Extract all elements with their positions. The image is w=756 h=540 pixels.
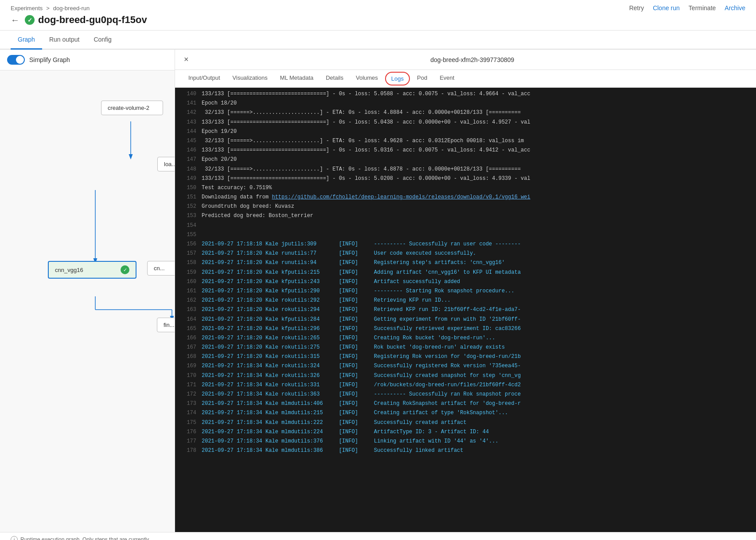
log-line-number: 176 (180, 428, 196, 436)
log-line: 1662021-09-27 17:18:20 Kale rokutils:265… (175, 334, 756, 343)
main-area: Simplify Graph create (0, 50, 756, 532)
logs-tab-ml-metadata[interactable]: ML Metadata (274, 70, 320, 87)
log-line: 1642021-09-27 17:18:20 Kale kfputils:284… (175, 315, 756, 324)
logs-dialog-title: dog-breed-xfm2h-3997730809 (198, 56, 747, 63)
log-line: 145 32/133 [======>.....................… (175, 136, 756, 146)
log-line-text: 32/133 [======>.....................] - … (202, 137, 524, 145)
log-line: 149133/133 [============================… (175, 174, 756, 183)
log-line: 1702021-09-27 17:18:34 Kale rokutils:326… (175, 371, 756, 381)
logs-panel: × dog-breed-xfm2h-3997730809 Input/Outpu… (175, 50, 756, 532)
clone-run-button[interactable]: Clone run (653, 4, 680, 12)
log-line: 1772021-09-27 17:18:34 Kale mlmdutils:37… (175, 437, 756, 446)
info-icon: i (11, 536, 18, 540)
log-line: 1742021-09-27 17:18:34 Kale mlmdutils:21… (175, 408, 756, 418)
log-line-text: Test accuracy: 0.7519% (202, 184, 272, 192)
run-title-text: dog-breed-gu0pq-f15ov (38, 14, 147, 26)
simplify-label: Simplify Graph (29, 56, 70, 63)
log-line-number: 156 (180, 240, 196, 249)
close-button[interactable]: × (184, 55, 189, 64)
log-line-text: 2021-09-27 17:18:34 Kale mlmdutils:406 [… (202, 400, 521, 408)
breadcrumb-run[interactable]: dog-breed-run (53, 5, 90, 12)
breadcrumb: Experiments > dog-breed-run Retry Clone … (11, 0, 745, 14)
node-cnn-check-icon (121, 265, 129, 274)
log-line-text: Epoch 19/20 (202, 128, 237, 136)
log-line-text: 2021-09-27 17:18:18 Kale jputils:309 [IN… (202, 240, 521, 249)
log-line-text: 2021-09-27 17:18:20 Kale rokutils:265 [I… (202, 334, 495, 342)
log-line-text: 2021-09-27 17:18:34 Kale rokutils:324 [I… (202, 362, 521, 370)
log-line-number: 166 (180, 334, 196, 342)
log-line-text: 2021-09-27 17:18:20 Kale runutils:77 [IN… (202, 249, 476, 258)
log-line: 151Downloading data from https://github.… (175, 193, 756, 202)
log-line-number: 161 (180, 287, 196, 295)
log-line: 144Epoch 19/20 (175, 127, 756, 136)
log-line: 1672021-09-27 17:18:20 Kale rokutils:275… (175, 343, 756, 352)
simplify-bar: Simplify Graph (0, 50, 175, 70)
logs-header: × dog-breed-xfm2h-3997730809 Input/Outpu… (175, 50, 756, 88)
breadcrumb-experiments[interactable]: Experiments (11, 5, 43, 12)
log-line: 148 32/133 [======>.....................… (175, 165, 756, 174)
archive-button[interactable]: Archive (725, 4, 745, 12)
log-line-number: 160 (180, 278, 196, 286)
log-line-number: 175 (180, 419, 196, 427)
terminate-button[interactable]: Terminate (689, 4, 716, 12)
run-title: dog-breed-gu0pq-f15ov (25, 14, 147, 26)
log-line-number: 167 (180, 343, 196, 352)
retry-button[interactable]: Retry (629, 4, 644, 12)
log-line: 1732021-09-27 17:18:34 Kale mlmdutils:40… (175, 399, 756, 408)
tab-run-output[interactable]: Run output (42, 31, 87, 50)
log-line-text: 2021-09-27 17:18:34 Kale rokutils:331 [I… (202, 381, 521, 389)
tab-config[interactable]: Config (86, 31, 118, 50)
graph-panel: Simplify Graph create (0, 50, 175, 532)
log-line-text: 2021-09-27 17:18:34 Kale mlmdutils:386 [… (202, 447, 464, 455)
logs-content[interactable]: 140133/133 [============================… (175, 88, 756, 532)
log-line-text: 2021-09-27 17:18:20 Kale rokutils:315 [I… (202, 353, 521, 361)
log-line-text: 2021-09-27 17:18:20 Kale kfputils:296 [I… (202, 325, 521, 333)
log-line-text: 2021-09-27 17:18:34 Kale mlmdutils:222 [… (202, 419, 467, 427)
status-bar: i Runtime execution graph. Only steps th… (0, 532, 756, 540)
node-load[interactable]: loa... (157, 157, 175, 171)
logs-tab-visualizations[interactable]: Visualizations (226, 70, 274, 87)
logs-tab-logs[interactable]: Logs (385, 72, 410, 85)
log-line: 1572021-09-27 17:18:20 Kale runutils:77 … (175, 249, 756, 258)
log-line-number: 147 (180, 155, 196, 164)
log-line-text: 2021-09-27 17:18:20 Kale runutils:94 [IN… (202, 259, 505, 267)
logs-tab-pod[interactable]: Pod (411, 70, 433, 87)
log-line: 1692021-09-27 17:18:34 Kale rokutils:324… (175, 361, 756, 371)
simplify-toggle[interactable] (7, 55, 25, 65)
log-line-number: 173 (180, 400, 196, 408)
log-line: 1762021-09-27 17:18:34 Kale mlmdutils:22… (175, 427, 756, 437)
log-line-text: 2021-09-27 17:18:34 Kale rokutils:363 [I… (202, 390, 521, 399)
log-line-number: 151 (180, 193, 196, 202)
log-line-text: 133/133 [==============================]… (202, 146, 530, 155)
breadcrumb-separator: > (46, 5, 50, 12)
log-line-number: 178 (180, 447, 196, 455)
log-line-number: 152 (180, 202, 196, 211)
logs-tab-volumes[interactable]: Volumes (350, 70, 384, 87)
log-line-text: 2021-09-27 17:18:34 Kale mlmdutils:376 [… (202, 437, 499, 446)
node-create-volume-2[interactable]: create-volume-2 (101, 101, 163, 115)
log-line-text: Predicted dog breed: Boston_terrier (202, 212, 313, 220)
log-line-text: 32/133 [======>.....................] - … (202, 165, 521, 174)
back-button[interactable]: ← (11, 15, 19, 25)
logs-tab-event[interactable]: Event (433, 70, 460, 87)
node-cn2[interactable]: cn... (147, 261, 175, 276)
tab-graph[interactable]: Graph (11, 31, 42, 50)
log-line-number: 172 (180, 390, 196, 399)
log-line-number: 155 (180, 231, 196, 239)
node-cnn-vgg16[interactable]: cnn_vgg16 (48, 261, 136, 279)
logs-tab-details[interactable]: Details (320, 70, 350, 87)
log-line-number: 169 (180, 362, 196, 370)
logs-tab-input-output[interactable]: Input/Output (182, 70, 226, 87)
log-line-text: 133/133 [==============================]… (202, 175, 530, 183)
log-line-text: 2021-09-27 17:18:20 Kale rokutils:275 [I… (202, 343, 505, 352)
log-line: 1602021-09-27 17:18:20 Kale kfputils:243… (175, 277, 756, 287)
main-tabs: Graph Run output Config (0, 31, 756, 50)
node-fin[interactable]: fin... (157, 318, 175, 332)
log-line-number: 165 (180, 325, 196, 333)
node-cnn-label: cnn_vgg16 (55, 267, 83, 273)
log-line: 1752021-09-27 17:18:34 Kale mlmdutils:22… (175, 418, 756, 427)
graph-content: create-volume-2 loa... cnn_vgg16 cn... f… (0, 70, 175, 531)
log-line: 1592021-09-27 17:18:20 Kale kfputils:215… (175, 268, 756, 277)
log-line: 1712021-09-27 17:18:34 Kale rokutils:331… (175, 381, 756, 390)
status-text: Runtime execution graph. Only steps that… (20, 536, 153, 540)
